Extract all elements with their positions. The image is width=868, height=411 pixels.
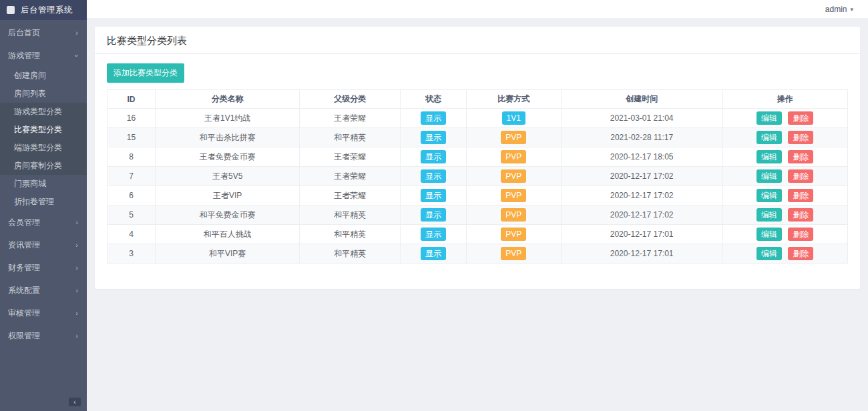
cell-mode: PVP — [466, 244, 561, 264]
table-row: 5 和平免费金币赛 和平精英 显示 PVP 2020-12-17 17:02 编… — [107, 206, 848, 225]
sidebar-item-room-list[interactable]: 房间列表 — [0, 85, 87, 103]
edit-button[interactable]: 编辑 — [756, 111, 782, 125]
panel-body: 添加比赛类型分类 ID 分类名称 父级分类 状态 比赛方式 创建时间 操作 16… — [95, 54, 860, 289]
sidebar-item-audit-management[interactable]: 审核管理 › — [0, 302, 87, 324]
status-badge[interactable]: 显示 — [421, 150, 446, 163]
status-badge[interactable]: 显示 — [421, 247, 446, 260]
status-badge[interactable]: 显示 — [421, 111, 446, 125]
sidebar-item-discount-coupon[interactable]: 折扣卷管理 — [0, 193, 87, 211]
cell-name: 和平击杀比拼赛 — [156, 128, 300, 147]
delete-button[interactable]: 删除 — [788, 111, 813, 125]
sidebar-item-member-management[interactable]: 会员管理 › — [0, 211, 87, 234]
cell-status: 显示 — [401, 244, 467, 264]
chevron-icon: › — [75, 29, 78, 37]
sidebar-item-game-type-category[interactable]: 游戏类型分类 — [0, 103, 87, 121]
status-badge[interactable]: 显示 — [421, 131, 446, 144]
sidebar-item-ticket-shop[interactable]: 门票商城 — [0, 175, 87, 193]
status-badge[interactable]: 显示 — [421, 228, 446, 241]
user-dropdown[interactable]: admin ▾ — [825, 5, 853, 14]
sidebar-item-room-format-category[interactable]: 房间赛制分类 — [0, 157, 87, 175]
cell-id: 6 — [107, 186, 156, 206]
cell-name: 王者5V5 — [156, 167, 300, 186]
status-badge[interactable]: 显示 — [421, 189, 446, 202]
col-header-created: 创建时间 — [561, 90, 722, 109]
sidebar-item-news-management[interactable]: 资讯管理 › — [0, 234, 87, 256]
cell-name: 和平VIP赛 — [156, 244, 300, 264]
delete-button[interactable]: 删除 — [788, 169, 813, 183]
cell-status: 显示 — [401, 186, 467, 206]
sidebar-header: 后台管理系统 — [0, 0, 87, 20]
add-category-button[interactable]: 添加比赛类型分类 — [107, 63, 184, 83]
cell-status: 显示 — [401, 206, 467, 225]
chevron-icon: › — [73, 54, 81, 57]
sidebar-item-label: 系统配置 — [8, 285, 40, 296]
sidebar-menu: 后台首页 › 游戏管理 › 创建房间 房间列表 游戏类型分类 比赛类型分类 端游… — [0, 20, 87, 347]
edit-button[interactable]: 编辑 — [756, 189, 782, 202]
edit-button[interactable]: 编辑 — [756, 228, 782, 241]
col-header-name: 分类名称 — [156, 90, 300, 109]
delete-button[interactable]: 删除 — [788, 150, 813, 163]
cell-mode: PVP — [466, 186, 561, 206]
cell-name: 和平免费金币赛 — [156, 206, 300, 225]
sidebar-item-create-room[interactable]: 创建房间 — [0, 67, 87, 85]
sidebar-item-label: 折扣卷管理 — [14, 196, 54, 208]
cell-id: 16 — [107, 109, 156, 128]
sidebar-item-pcgame-type-category[interactable]: 端游类型分类 — [0, 139, 87, 157]
delete-button[interactable]: 删除 — [788, 131, 813, 144]
edit-button[interactable]: 编辑 — [756, 131, 782, 144]
cell-mode: PVP — [466, 167, 561, 186]
table-row: 4 和平百人挑战 和平精英 显示 PVP 2020-12-17 17:01 编辑… — [107, 225, 848, 244]
cell-created: 2020-12-17 17:01 — [561, 244, 722, 264]
cell-created: 2020-12-17 17:02 — [561, 206, 722, 225]
cell-parent: 王者荣耀 — [300, 186, 401, 206]
edit-button[interactable]: 编辑 — [756, 208, 782, 222]
table-header-row: ID 分类名称 父级分类 状态 比赛方式 创建时间 操作 — [107, 90, 848, 109]
sidebar-item-match-type-category[interactable]: 比赛类型分类 — [0, 121, 87, 139]
delete-button[interactable]: 删除 — [788, 228, 813, 241]
sidebar-collapse-button[interactable]: ‹ — [69, 398, 81, 406]
edit-button[interactable]: 编辑 — [756, 150, 782, 163]
delete-button[interactable]: 删除 — [788, 247, 813, 260]
status-badge[interactable]: 显示 — [421, 169, 446, 183]
cell-mode: PVP — [466, 128, 561, 147]
cell-actions: 编辑 删除 — [722, 109, 847, 128]
cell-parent: 和平精英 — [300, 225, 401, 244]
cell-parent: 王者荣耀 — [300, 109, 401, 128]
cell-name: 王者1V1约战 — [156, 109, 300, 128]
cell-created: 2020-12-17 17:02 — [561, 167, 722, 186]
sidebar-item-finance-management[interactable]: 财务管理 › — [0, 256, 87, 279]
sidebar-item-system-config[interactable]: 系统配置 › — [0, 279, 87, 302]
edit-button[interactable]: 编辑 — [756, 247, 782, 260]
cell-status: 显示 — [401, 167, 467, 186]
topbar: admin ▾ — [87, 0, 868, 18]
cell-actions: 编辑 删除 — [722, 147, 847, 167]
cell-id: 5 — [107, 206, 156, 225]
sidebar-item-label: 房间列表 — [14, 88, 46, 99]
edit-button[interactable]: 编辑 — [756, 169, 782, 183]
collapse-chevron-icon: ‹ — [73, 398, 75, 406]
table-row: 8 王者免费金币赛 王者荣耀 显示 PVP 2020-12-17 18:05 编… — [107, 147, 848, 167]
sidebar-item-label: 门票商城 — [14, 178, 46, 189]
mode-badge: PVP — [501, 247, 526, 260]
cell-parent: 和平精英 — [300, 206, 401, 225]
cell-parent: 和平精英 — [300, 128, 401, 147]
cell-actions: 编辑 删除 — [722, 225, 847, 244]
sidebar-item-permission-management[interactable]: 权限管理 › — [0, 324, 87, 347]
cell-id: 15 — [107, 128, 156, 147]
cell-mode: PVP — [466, 147, 561, 167]
status-badge[interactable]: 显示 — [421, 208, 446, 222]
sidebar-item-label: 会员管理 — [8, 217, 40, 228]
sidebar-item-label: 比赛类型分类 — [14, 124, 62, 135]
cell-created: 2020-12-17 18:05 — [561, 147, 722, 167]
cell-mode: PVP — [466, 225, 561, 244]
sidebar-item-game-management[interactable]: 游戏管理 › — [0, 44, 87, 67]
cell-status: 显示 — [401, 147, 467, 167]
delete-button[interactable]: 删除 — [788, 189, 813, 202]
sidebar-item-label: 财务管理 — [8, 262, 40, 274]
delete-button[interactable]: 删除 — [788, 208, 813, 222]
sidebar-item-home[interactable]: 后台首页 › — [0, 21, 87, 44]
cell-parent: 王者荣耀 — [300, 147, 401, 167]
chevron-icon: › — [75, 219, 78, 226]
username: admin — [825, 5, 847, 14]
cell-status: 显示 — [401, 109, 467, 128]
